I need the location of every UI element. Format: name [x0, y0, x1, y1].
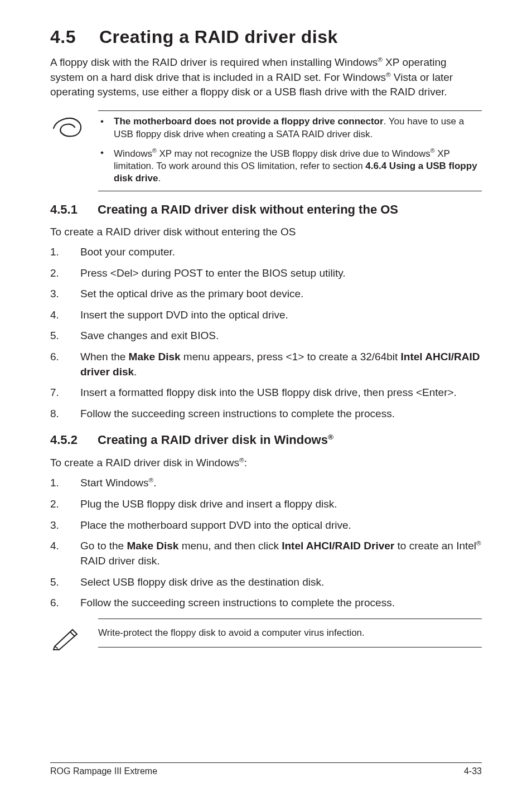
tip-icon-cell — [50, 110, 98, 139]
section-number: 4.5 — [50, 27, 76, 47]
step-item: Insert the support DVD into the optical … — [50, 308, 482, 323]
step-item: Boot your computer. — [50, 245, 482, 260]
subsection-title-text: Creating a RAID driver disk without ente… — [98, 202, 398, 216]
subsection-number: 4.5.2 — [50, 433, 78, 447]
step-item: Select USB floppy disk drive as the dest… — [50, 575, 482, 590]
subsection2-lead: To create a RAID driver disk in Windows®… — [50, 456, 482, 469]
section-title: 4.5Creating a RAID driver disk — [50, 27, 482, 47]
note-callout: Write-protect the floppy disk to avoid a… — [50, 619, 482, 651]
note-icon-cell — [50, 619, 98, 651]
footer-right: 4-33 — [464, 766, 482, 776]
subsection-number: 4.5.1 — [50, 202, 78, 217]
subsection1-steps: Boot your computer.Press <Del> during PO… — [50, 245, 482, 421]
section-title-text: Creating a RAID driver disk — [99, 27, 338, 47]
step-item: Follow the succeeding screen instruction… — [50, 407, 482, 422]
tip-body: The motherboard does not provide a flopp… — [98, 110, 482, 191]
note-body: Write-protect the floppy disk to avoid a… — [98, 619, 482, 648]
tip-item: The motherboard does not provide a flopp… — [114, 115, 482, 141]
subsection-title: 4.5.2Creating a RAID driver disk in Wind… — [50, 432, 482, 447]
paperclip-icon — [50, 116, 85, 139]
subsection-title: 4.5.1Creating a RAID driver disk without… — [50, 202, 482, 217]
step-item: Insert a formatted floppy disk into the … — [50, 385, 482, 400]
note-text: Write-protect the floppy disk to avoid a… — [98, 627, 365, 638]
tip-item: Windows® XP may not recognize the USB fl… — [114, 147, 482, 185]
page-root: 4.5Creating a RAID driver disk A floppy … — [0, 0, 532, 802]
step-item: Save changes and exit BIOS. — [50, 328, 482, 344]
step-item: Follow the succeeding screen instruction… — [50, 596, 482, 611]
step-item: When the Make Disk menu appears, press <… — [50, 350, 482, 379]
tip-callout: The motherboard does not provide a flopp… — [50, 110, 482, 191]
tip-list: The motherboard does not provide a flopp… — [98, 115, 482, 185]
pencil-icon — [50, 624, 83, 651]
page-footer: ROG Rampage III Extreme 4-33 — [50, 762, 482, 776]
step-item: Plug the USB floppy disk drive and inser… — [50, 497, 482, 512]
intro-paragraph: A floppy disk with the RAID driver is re… — [50, 55, 482, 99]
step-item: Place the motherboard support DVD into t… — [50, 518, 482, 533]
subsection-title-text: Creating a RAID driver disk in Windows® — [98, 433, 333, 447]
step-item: Go to the Make Disk menu, and then click… — [50, 539, 482, 569]
step-item: Start Windows®. — [50, 476, 482, 491]
subsection1-lead: To create a RAID driver disk without ent… — [50, 226, 482, 238]
subsection2-steps: Start Windows®.Plug the USB floppy disk … — [50, 476, 482, 611]
step-item: Press <Del> during POST to enter the BIO… — [50, 266, 482, 281]
footer-left: ROG Rampage III Extreme — [50, 766, 157, 776]
step-item: Set the optical drive as the primary boo… — [50, 287, 482, 302]
